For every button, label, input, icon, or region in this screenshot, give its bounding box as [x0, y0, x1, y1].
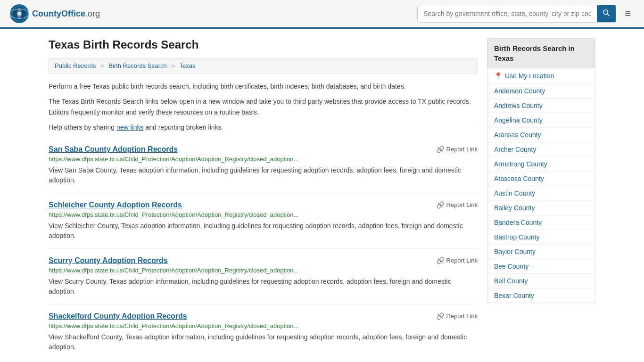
svg-line-6 [438, 147, 443, 152]
sidebar-link-andrews[interactable]: Andrews County [494, 102, 543, 109]
result-desc: View Schleicher County, Texas adoption i… [49, 221, 478, 241]
sidebar-item-archer: Archer County [487, 142, 595, 157]
sidebar-link-bastrop[interactable]: Bastrop County [494, 233, 540, 241]
description-1: Perform a free Texas public birth record… [49, 81, 478, 91]
sidebar-link-archer[interactable]: Archer County [494, 146, 536, 153]
result-item: San Saba County Adoption Records Report … [49, 138, 478, 193]
report-link-button[interactable]: Report Link [437, 313, 478, 320]
breadcrumb-sep-1: > [100, 62, 104, 69]
sidebar-link-bexar[interactable]: Bexar County [494, 292, 534, 299]
search-bar [417, 5, 616, 23]
result-url: https://www.dfps.state.tx.us/Child_Prote… [49, 156, 369, 163]
hamburger-menu-icon[interactable]: ≡ [621, 5, 635, 23]
result-title[interactable]: Scurry County Adoption Records [49, 256, 168, 265]
breadcrumb: Public Records > Birth Records Search > … [49, 58, 478, 74]
use-my-location[interactable]: 📍 Use My Location [487, 68, 595, 84]
search-button[interactable] [597, 5, 616, 22]
svg-point-3 [17, 12, 21, 16]
report-link-icon [437, 146, 444, 153]
result-header: Scurry County Adoption Records Report Li… [49, 256, 478, 265]
description-2: The Texas Birth Records Search links bel… [49, 96, 478, 117]
logo-icon [9, 4, 29, 24]
sidebar-item-bell: Bell County [487, 274, 595, 288]
svg-line-9 [438, 313, 443, 319]
report-link-label: Report Link [446, 146, 478, 153]
result-url: https://www.dfps.state.tx.us/Child_Prote… [49, 322, 369, 329]
sidebar-link-armstrong[interactable]: Armstrong County [494, 160, 547, 168]
location-label: Use My Location [505, 72, 554, 80]
result-header: San Saba County Adoption Records Report … [49, 145, 478, 154]
breadcrumb-sep-2: > [171, 62, 175, 69]
sidebar-item-bandera: Bandera County [487, 215, 595, 230]
sidebar: Birth Records Search in Texas 📍 Use My L… [487, 38, 595, 360]
svg-line-5 [607, 14, 609, 16]
svg-line-7 [438, 202, 443, 207]
report-link-button[interactable]: Report Link [437, 257, 478, 264]
pin-icon: 📍 [494, 72, 502, 80]
sidebar-item-angelina: Angelina County [487, 113, 595, 128]
sidebar-list: 📍 Use My Location Anderson County Andrew… [487, 68, 595, 303]
main-container: Texas Birth Records Search Public Record… [39, 29, 605, 362]
svg-point-4 [603, 10, 608, 14]
result-desc: View Shackelford County, Texas adoption … [49, 332, 478, 352]
description-3: Help others by sharing new links and rep… [49, 122, 478, 132]
sidebar-item-baylor: Baylor County [487, 245, 595, 259]
result-item: Scurry County Adoption Records Report Li… [49, 249, 478, 304]
result-header: Schleicher County Adoption Records Repor… [49, 201, 478, 209]
sidebar-link-bee[interactable]: Bee County [494, 263, 528, 270]
sidebar-link-bandera[interactable]: Bandera County [494, 219, 542, 226]
sidebar-item-atascosa: Atascosa County [487, 172, 595, 186]
result-desc: View Scurry County, Texas adoption infor… [49, 277, 478, 296]
sidebar-item-austin: Austin County [487, 186, 595, 201]
sidebar-link-baylor[interactable]: Baylor County [494, 248, 536, 255]
result-title[interactable]: San Saba County Adoption Records [49, 145, 178, 154]
sidebar-link-bell[interactable]: Bell County [494, 277, 528, 285]
sidebar-title: Birth Records Search in Texas [487, 38, 595, 68]
report-link-button[interactable]: Report Link [437, 146, 478, 153]
desc3-suffix: and reporting broken links. [144, 123, 223, 131]
result-title[interactable]: Schleicher County Adoption Records [49, 201, 182, 209]
result-url: https://www.dfps.state.tx.us/Child_Prote… [49, 267, 369, 274]
search-input[interactable] [418, 6, 597, 21]
logo-text: CountyOffice.org [32, 9, 100, 19]
sidebar-link-aransas[interactable]: Aransas County [494, 131, 541, 139]
new-links-link[interactable]: new links [116, 123, 144, 131]
sidebar-link-atascosa[interactable]: Atascosa County [494, 175, 544, 182]
logo-area: CountyOffice.org [9, 4, 100, 24]
result-desc: View San Saba County, Texas adoption inf… [49, 165, 478, 185]
page-title: Texas Birth Records Search [49, 38, 478, 51]
report-link-icon [437, 201, 444, 209]
sidebar-item-armstrong: Armstrong County [487, 157, 595, 172]
result-header: Shackelford County Adoption Records Repo… [49, 312, 478, 321]
breadcrumb-birth-records[interactable]: Birth Records Search [108, 62, 167, 69]
sidebar-item-bee: Bee County [487, 259, 595, 274]
report-link-label: Report Link [446, 201, 478, 208]
sidebar-link-angelina[interactable]: Angelina County [494, 116, 543, 124]
breadcrumb-public-records[interactable]: Public Records [55, 62, 96, 69]
result-item: Shackelford County Adoption Records Repo… [49, 304, 478, 360]
result-title[interactable]: Shackelford County Adoption Records [49, 312, 187, 321]
sidebar-link-anderson[interactable]: Anderson County [494, 87, 545, 95]
sidebar-item-aransas: Aransas County [487, 128, 595, 142]
svg-line-8 [438, 258, 443, 263]
sidebar-item-bailey: Bailey County [487, 201, 595, 215]
content-area: Texas Birth Records Search Public Record… [49, 38, 478, 360]
sidebar-item-anderson: Anderson County [487, 84, 595, 99]
result-url: https://www.dfps.state.tx.us/Child_Prote… [49, 211, 369, 218]
sidebar-item-bexar: Bexar County [487, 288, 595, 303]
desc3-prefix: Help others by sharing [49, 123, 116, 131]
sidebar-link-bailey[interactable]: Bailey County [494, 204, 535, 212]
sidebar-item-bastrop: Bastrop County [487, 230, 595, 245]
breadcrumb-texas[interactable]: Texas [179, 62, 195, 69]
header: CountyOffice.org ≡ [0, 0, 644, 29]
sidebar-item-andrews: Andrews County [487, 99, 595, 113]
report-link-icon [437, 313, 444, 320]
report-link-label: Report Link [446, 313, 478, 320]
results-list: San Saba County Adoption Records Report … [49, 138, 478, 360]
result-item: Schleicher County Adoption Records Repor… [49, 193, 478, 249]
report-link-label: Report Link [446, 257, 478, 264]
header-right: ≡ [417, 5, 635, 23]
report-link-icon [437, 257, 444, 264]
sidebar-link-austin[interactable]: Austin County [494, 189, 535, 197]
report-link-button[interactable]: Report Link [437, 201, 478, 209]
